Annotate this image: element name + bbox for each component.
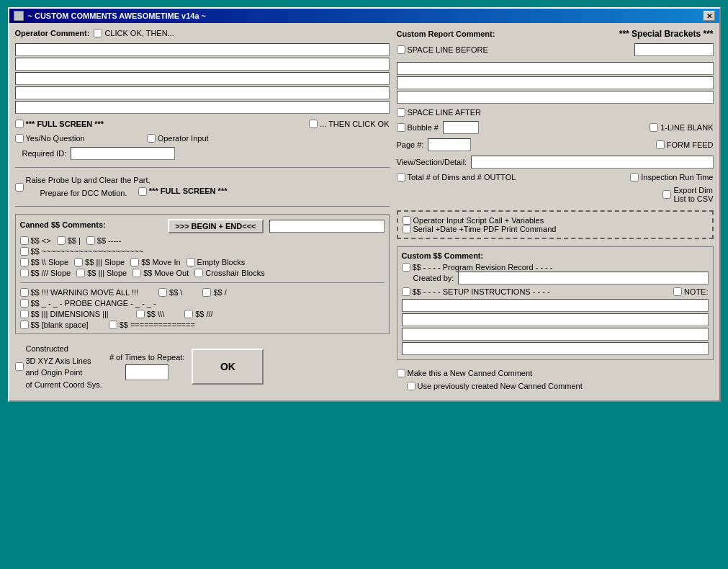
one-line-blank-checkbox[interactable] (650, 123, 658, 132)
space-after-row: SPACE LINE AFTER (397, 108, 714, 117)
program-revision-checkbox[interactable] (402, 263, 410, 272)
program-revision-checkbox-label[interactable]: $$ - - - - Program Revision Record - - -… (402, 263, 553, 272)
operator-input-checkbox-label[interactable]: Operator Input (147, 134, 209, 143)
canned-checkbox-backslash[interactable] (158, 288, 167, 297)
custom-report-row: Custom Report Comment: *** Special Brack… (397, 29, 714, 39)
operator-input-3[interactable] (15, 72, 390, 85)
bubble-checkbox-label[interactable]: Bubble # (397, 123, 439, 132)
operator-input-checkbox[interactable] (147, 134, 156, 143)
page-input[interactable] (428, 138, 471, 151)
operator-input-4[interactable] (15, 86, 390, 99)
space-before-checkbox-label[interactable]: SPACE LINE BEFORE (397, 45, 488, 54)
canned-checkbox-ss-slope2[interactable] (74, 258, 83, 266)
make-new-canned-checkbox-label[interactable]: Make this a New Canned Comment (397, 369, 533, 377)
report-input-3[interactable] (397, 91, 714, 104)
inspection-runtime-checkbox[interactable] (630, 173, 639, 182)
constructed-checkbox[interactable] (15, 362, 24, 371)
then-click-ok-checkbox-label[interactable]: ... THEN CLICK OK (309, 120, 389, 128)
page-label: Page #: (397, 140, 424, 149)
serial-date-checkbox[interactable] (403, 225, 411, 233)
canned-checkbox-triple-slash[interactable] (184, 310, 193, 318)
then-click-ok-checkbox[interactable] (309, 120, 318, 128)
space-after-checkbox[interactable] (397, 108, 405, 117)
created-by-input[interactable] (458, 272, 708, 284)
setup-instructions-checkbox-label[interactable]: $$ - - - - SETUP INSTRUCTIONS - - - - (402, 287, 550, 296)
setup-inputs (402, 299, 709, 355)
click-ok-checkbox-label[interactable]: CLICK OK, THEN... (94, 29, 174, 37)
setup-instructions-checkbox[interactable] (402, 287, 410, 296)
note-checkbox[interactable] (673, 287, 682, 296)
canned-checkbox-empty-blocks[interactable] (187, 258, 195, 266)
operator-script-row: Operator Input Script Call + Variables (403, 216, 708, 225)
title-bar: ~ CUSTOM COMMENTS AWESOMETIME v14a ~ ✕ (9, 9, 719, 23)
raise-probe-checkbox[interactable] (15, 183, 24, 192)
operator-script-checkbox-label[interactable]: Operator Input Script Call + Variables (403, 216, 544, 225)
space-before-input[interactable] (634, 43, 714, 56)
main-content: Operator Comment: CLICK OK, THEN... *** … (9, 23, 719, 400)
report-input-1[interactable] (397, 62, 714, 75)
canned-checkbox-move-in[interactable] (130, 258, 139, 266)
constructed-checkbox-label[interactable]: Constructed 3D XYZ Axis Lines and Origin… (15, 343, 102, 390)
operator-input-1[interactable] (15, 43, 390, 56)
total-dims-checkbox-label[interactable]: Total # of Dims and # OUTTOL (397, 173, 516, 182)
canned-checkbox-warning[interactable] (20, 288, 29, 297)
space-before-checkbox[interactable] (397, 45, 405, 54)
click-ok-checkbox[interactable] (94, 29, 102, 37)
full-screen-checkbox[interactable] (15, 120, 24, 128)
total-dims-checkbox[interactable] (397, 173, 405, 182)
export-dim-checkbox-label[interactable]: Export Dim List to CSV (662, 186, 713, 203)
operator-input-2[interactable] (15, 58, 390, 71)
canned-checkbox-ss-slope4[interactable] (76, 269, 85, 277)
main-window: ~ CUSTOM COMMENTS AWESOMETIME v14a ~ ✕ O… (8, 7, 721, 402)
canned-checkbox-slash[interactable] (202, 288, 211, 297)
form-feed-checkbox[interactable] (656, 140, 665, 149)
bubble-checkbox[interactable] (397, 123, 405, 132)
yes-no-checkbox-label[interactable]: Yes/No Question (15, 134, 85, 143)
make-new-canned-checkbox[interactable] (397, 369, 405, 377)
repeat-input[interactable] (125, 364, 168, 380)
serial-date-checkbox-label[interactable]: Serial +Date +Time PDF Print Command (403, 225, 557, 233)
canned-checkbox-ss-dash[interactable] (86, 236, 95, 245)
canned-checkbox-ss-tilde[interactable] (20, 247, 29, 256)
canned-checkbox-ss-diamond[interactable] (20, 236, 29, 245)
full-screen-checkbox-label[interactable]: *** FULL SCREEN *** (15, 120, 104, 128)
begin-end-input[interactable] (269, 220, 385, 233)
export-dim-checkbox[interactable] (662, 190, 671, 199)
operator-input-5[interactable] (15, 101, 390, 114)
canned-checkbox-crosshair[interactable] (194, 269, 203, 277)
required-id-input[interactable] (71, 147, 175, 160)
space-after-checkbox-label[interactable]: SPACE LINE AFTER (397, 108, 482, 117)
canned-checkbox-blank-space[interactable] (20, 321, 29, 329)
canned-checkbox-triple-backslash[interactable] (136, 310, 145, 318)
note-checkbox-label[interactable]: NOTE: (673, 287, 709, 296)
setup-input-4[interactable] (402, 342, 709, 355)
form-feed-checkbox-label[interactable]: FORM FEED (656, 140, 714, 149)
raise-probe-checkbox-label[interactable]: Raise Probe Up and Clear the Part, Prepa… (15, 175, 228, 199)
canned-checkbox-move-out[interactable] (132, 269, 141, 277)
full-screen2-checkbox[interactable] (138, 187, 147, 196)
operator-comment-label: Operator Comment: (15, 29, 90, 37)
inspection-runtime-checkbox-label[interactable]: Inspection Run Time (630, 173, 713, 182)
yes-no-checkbox[interactable] (15, 134, 24, 143)
canned-checkbox-probe-change[interactable] (20, 299, 29, 308)
canned-checkbox-equals[interactable] (109, 321, 117, 329)
canned-checkbox-ss-slope3[interactable] (20, 269, 29, 277)
canned-checkbox-dim[interactable] (20, 310, 29, 318)
canned-checkbox-ss-slope1[interactable] (20, 258, 29, 266)
view-section-input[interactable] (471, 156, 713, 169)
canned-grid: $$ <> $$ | $$ ----- (20, 236, 385, 329)
ok-button[interactable]: OK (192, 349, 264, 385)
setup-input-3[interactable] (402, 328, 709, 341)
bubble-input[interactable] (443, 121, 479, 134)
report-input-2[interactable] (397, 76, 714, 89)
space-before-row: SPACE LINE BEFORE (397, 43, 714, 56)
one-line-blank-checkbox-label[interactable]: 1-LINE BLANK (650, 123, 713, 132)
use-previously-checkbox[interactable] (407, 382, 415, 390)
begin-end-button[interactable]: >>> BEGIN + END<<< (168, 219, 263, 233)
close-button[interactable]: ✕ (704, 11, 715, 21)
setup-input-2[interactable] (402, 313, 709, 326)
canned-checkbox-ss-pipe[interactable] (57, 236, 66, 245)
operator-script-checkbox[interactable] (403, 216, 411, 225)
use-previously-checkbox-label[interactable]: Use previously created New Canned Commen… (407, 382, 583, 390)
setup-input-1[interactable] (402, 299, 709, 312)
